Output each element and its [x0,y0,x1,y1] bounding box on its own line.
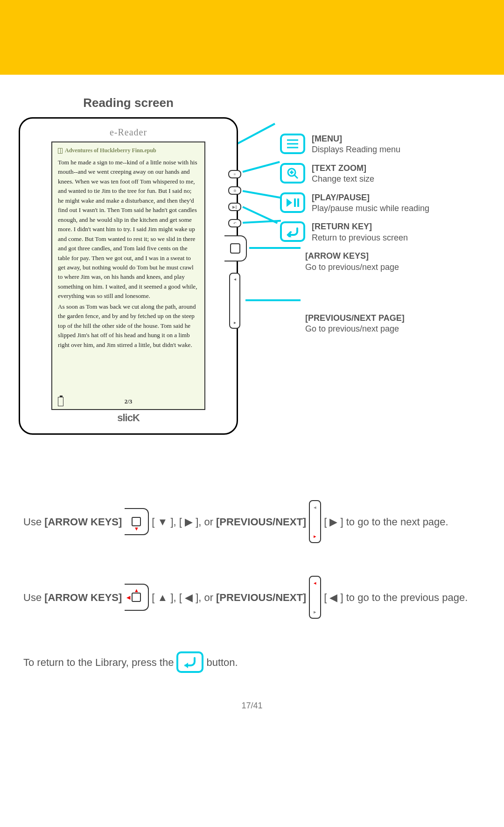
book-icon [58,148,63,154]
svg-rect-2 [297,198,299,207]
instruction-next-page: Use [ARROW KEYS] ▼ [ ▼ ], [ ▶ ], or [PRE… [23,500,481,543]
header-banner [0,0,504,75]
hw-arrow-pad[interactable] [224,235,247,262]
battery-icon [58,397,63,406]
prevnext-spacer [280,313,305,333]
hw-menu-button[interactable]: ≡ [228,170,241,178]
hw-play-button[interactable]: ▶∥ [228,203,241,211]
page-status-bar: 2/3 [58,397,199,406]
ereader-device: e-Reader Adventures of Huckleberry Finn.… [19,117,238,435]
device-brand: slicK [30,412,226,424]
book-title: Adventures of Huckleberry Finn.epub [65,147,156,154]
arrow-pad-icon: ▼ [125,508,149,535]
device-label: e-Reader [30,127,226,138]
page-title: Reading screen [19,96,238,110]
hw-zoom-button[interactable]: ⊕ [228,186,241,195]
return-icon [280,221,305,242]
menu-icon [280,134,305,154]
page-counter: 2/3 [63,398,193,405]
zoom-icon [280,163,305,184]
instruction-prev-page: Use [ARROW KEYS] ▲◀ [ ▲ ], [ ◀ ], or [PR… [23,576,481,619]
book-text: Tom he made a sign to me--kind of a litt… [58,158,199,350]
arrow-pad-icon: ▲◀ [125,584,149,611]
page-footer: 17/41 [19,701,485,725]
hw-prevnext-rocker[interactable]: ◂▸ [229,273,240,329]
book-title-bar: Adventures of Huckleberry Finn.epub [58,147,199,154]
play-pause-icon [280,192,305,213]
return-button-icon [176,651,203,673]
rocker-icon: ◂▸ [309,500,321,543]
hw-return-button[interactable]: ↶ [228,219,241,227]
callout-column: [MENU]Displays Reading menu [TEXT ZOOM]C… [280,134,504,342]
svg-rect-1 [294,198,296,207]
reading-screen-diagram: e-Reader Adventures of Huckleberry Finn.… [19,117,485,444]
instructions-block: Use [ARROW KEYS] ▼ [ ▼ ], [ ▶ ], or [PRE… [19,500,485,673]
device-screen: Adventures of Huckleberry Finn.epub Tom … [51,141,205,410]
instruction-return: To return to the Library, press the butt… [23,651,481,673]
rocker-icon: ◂▸ [309,576,321,619]
arrow-keys-spacer [280,251,305,271]
